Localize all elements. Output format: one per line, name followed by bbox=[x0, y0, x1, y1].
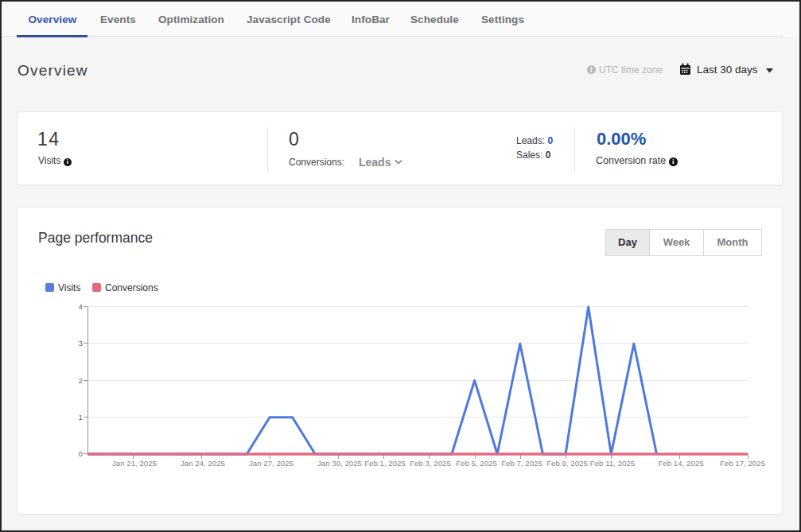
svg-text:Feb 11, 2025: Feb 11, 2025 bbox=[590, 459, 635, 468]
svg-text:Jan 30, 2025: Jan 30, 2025 bbox=[317, 459, 362, 468]
svg-text:3: 3 bbox=[79, 339, 83, 348]
svg-text:1: 1 bbox=[79, 413, 83, 421]
svg-text:Feb 9, 2025: Feb 9, 2025 bbox=[546, 459, 588, 468]
svg-text:Feb 5, 2025: Feb 5, 2025 bbox=[456, 459, 497, 468]
svg-text:4: 4 bbox=[79, 302, 84, 311]
svg-text:Feb 1, 2025: Feb 1, 2025 bbox=[364, 459, 406, 468]
svg-text:Feb 14, 2025: Feb 14, 2025 bbox=[658, 459, 703, 468]
svg-text:0: 0 bbox=[79, 449, 84, 458]
svg-text:2: 2 bbox=[79, 376, 83, 385]
svg-text:Feb 7, 2025: Feb 7, 2025 bbox=[501, 459, 542, 468]
svg-text:Feb 3, 2025: Feb 3, 2025 bbox=[410, 459, 451, 468]
svg-text:Jan 21, 2025: Jan 21, 2025 bbox=[112, 459, 157, 468]
svg-text:Jan 27, 2025: Jan 27, 2025 bbox=[249, 459, 294, 468]
svg-text:Jan 24, 2025: Jan 24, 2025 bbox=[181, 459, 225, 468]
svg-text:Feb 17, 2025: Feb 17, 2025 bbox=[720, 459, 765, 468]
